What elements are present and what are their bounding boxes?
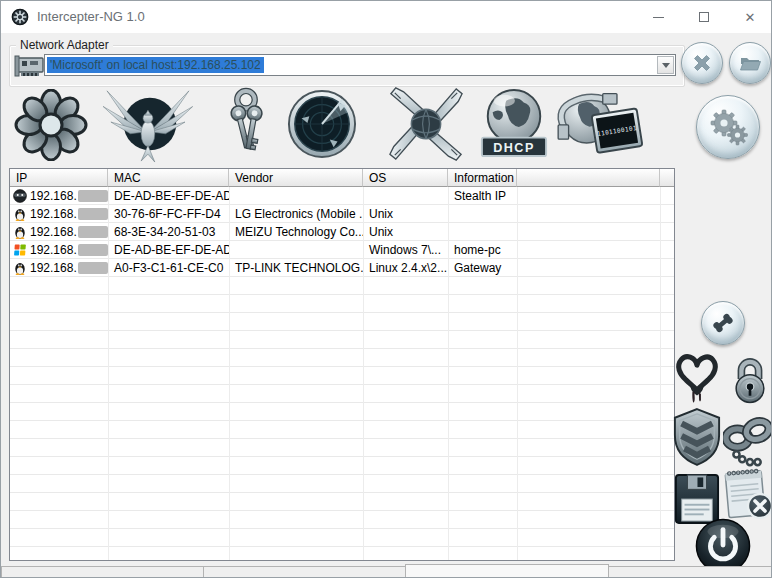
table-header-os[interactable]: OS: [363, 169, 448, 187]
stealth-ninja-icon: [13, 189, 27, 203]
ip-prefix: 192.168.: [30, 225, 77, 239]
table-row[interactable]: 192.168. 30-76-6F-FC-FF-D4 LG Electronic…: [10, 205, 674, 223]
table-header-vendor[interactable]: Vendor: [229, 169, 363, 187]
clear-log-icon[interactable]: [721, 464, 772, 522]
vendor-cell: MEIZU Technology Co....: [229, 223, 363, 241]
info-cell: Stealth IP: [448, 187, 517, 205]
info-cell: Gateway: [448, 259, 517, 277]
close-icon: ✕: [745, 11, 756, 24]
adapter-selected-value: 'Microsoft' on local host:192.168.25.102: [47, 57, 264, 73]
status-segment: [608, 566, 772, 577]
shield-icon[interactable]: [672, 407, 722, 467]
settings-button[interactable]: [696, 95, 760, 159]
status-segment: [405, 564, 609, 577]
table-header-mac[interactable]: MAC: [108, 169, 229, 187]
dhcp-banner-text: DHCP: [493, 141, 535, 155]
adapter-combobox[interactable]: 'Microsoft' on local host:192.168.25.102: [44, 54, 676, 76]
dhcp-mode-icon[interactable]: DHCP: [479, 87, 549, 161]
redacted-ip: [78, 262, 108, 274]
mac-cell: DE-AD-BE-EF-DE-AD: [108, 241, 229, 259]
mac-cell: 68-3E-34-20-51-03: [108, 223, 229, 241]
os-cell: Linux 2.4.x\2...: [363, 259, 448, 277]
os-cell: Unix: [363, 205, 448, 223]
table-header-blank: [517, 169, 660, 187]
vendor-cell: [229, 241, 363, 259]
minimize-icon: [653, 17, 664, 18]
table-header-information[interactable]: Information: [448, 169, 517, 187]
os-cell: Windows 7\...: [363, 241, 448, 259]
ip-prefix: 192.168.: [30, 243, 77, 257]
redacted-ip: [78, 244, 108, 256]
cuffs-icon[interactable]: [723, 412, 772, 468]
close-button[interactable]: ✕: [727, 1, 772, 33]
ip-prefix: 192.168.: [30, 261, 77, 275]
table-row[interactable]: 192.168. DE-AD-BE-EF-DE-AD Stealth IP: [10, 187, 674, 205]
open-file-button[interactable]: [729, 42, 771, 84]
linux-tux-icon: [13, 261, 27, 275]
mac-cell: 30-76-6F-FC-FF-D4: [108, 205, 229, 223]
messenger-mode-icon[interactable]: [13, 89, 89, 161]
redacted-ip: [78, 208, 108, 220]
info-cell: [448, 205, 517, 223]
network-adapter-group: Network Adapter 'Microsoft' on local hos…: [9, 45, 685, 87]
x-cross-icon: [690, 51, 714, 75]
vendor-cell: LG Electronics (Mobile ...: [229, 205, 363, 223]
info-cell: home-pc: [448, 241, 517, 259]
status-bar: [1, 566, 771, 577]
table-row[interactable]: 192.168. A0-F3-C1-61-CE-C0 TP-LINK TECHN…: [10, 259, 674, 277]
titlebar: Intercepter-NG 1.0 ✕: [1, 1, 771, 33]
mitm-mode-icon[interactable]: [379, 85, 473, 163]
lock-icon[interactable]: [729, 356, 771, 404]
open-folder-icon: [738, 51, 762, 75]
os-cell: Unix: [363, 223, 448, 241]
password-mode-icon[interactable]: [211, 87, 281, 161]
info-cell: [448, 223, 517, 241]
mac-cell: DE-AD-BE-EF-DE-AD: [108, 187, 229, 205]
os-cell: [363, 187, 448, 205]
table-header-ip[interactable]: IP: [10, 169, 108, 187]
table-row[interactable]: 192.168. DE-AD-BE-EF-DE-AD Windows 7\...…: [10, 241, 674, 259]
vendor-cell: [229, 187, 363, 205]
maximize-icon: [699, 12, 709, 22]
table-header-filler: [660, 169, 674, 187]
linux-tux-icon: [13, 225, 27, 239]
status-segment: [203, 566, 406, 577]
table-grid: 192.168. DE-AD-BE-EF-DE-AD Stealth IP 19…: [10, 187, 674, 560]
network-adapter-label: Network Adapter: [16, 38, 113, 52]
network-card-icon: [14, 53, 46, 79]
stop-button[interactable]: [681, 42, 723, 84]
vendor-cell: TP-LINK TECHNOLOG...: [229, 259, 363, 277]
heartbleed-icon[interactable]: [674, 351, 720, 405]
table-header: IP MAC Vendor OS Information: [10, 169, 674, 187]
app-window: Intercepter-NG 1.0 ✕ Network Adapter 'Mi…: [0, 0, 772, 578]
resurrection-mode-icon[interactable]: [99, 85, 193, 163]
redacted-ip: [78, 190, 108, 202]
windows-logo-icon: [13, 243, 27, 257]
ip-prefix: 192.168.: [30, 207, 77, 221]
chevron-down-icon: [662, 63, 670, 68]
linux-tux-icon: [13, 207, 27, 221]
mac-cell: A0-F3-C1-61-CE-C0: [108, 259, 229, 277]
app-logo-icon: [11, 8, 29, 26]
nat-button[interactable]: [701, 301, 745, 345]
minimize-button[interactable]: [635, 1, 681, 33]
ip-prefix: 192.168.: [30, 189, 77, 203]
window-title: Intercepter-NG 1.0: [37, 9, 145, 24]
hosts-table: IP MAC Vendor OS Information 192.168. DE…: [9, 168, 675, 561]
gears-icon: [708, 107, 748, 147]
maximize-button[interactable]: [681, 1, 727, 33]
adapter-dropdown-button[interactable]: [657, 56, 674, 74]
table-row[interactable]: 192.168. 68-3E-34-20-51-03 MEIZU Technol…: [10, 223, 674, 241]
scan-mode-icon[interactable]: [287, 89, 357, 159]
status-segment: [1, 566, 204, 577]
redacted-ip: [78, 226, 108, 238]
raw-mode-icon[interactable]: 1101100101: [549, 87, 647, 161]
bone-icon: [710, 310, 736, 336]
